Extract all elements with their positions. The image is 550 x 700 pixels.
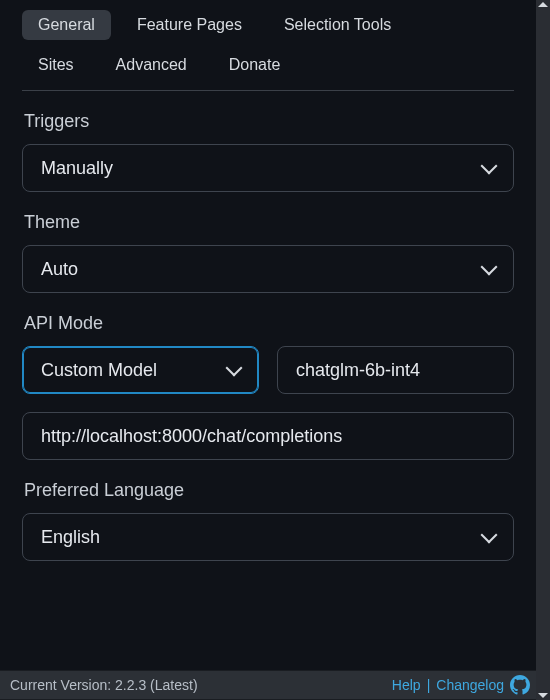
select-theme-value: Auto — [41, 259, 78, 280]
tabs-row-1: General Feature Pages Selection Tools — [22, 10, 514, 40]
select-preferred-language[interactable]: English — [22, 513, 514, 561]
tab-general[interactable]: General — [22, 10, 111, 40]
tab-donate[interactable]: Donate — [213, 50, 297, 80]
changelog-link[interactable]: Changelog — [436, 677, 504, 693]
label-api-mode: API Mode — [24, 313, 514, 334]
chevron-down-icon — [481, 158, 498, 175]
chevron-down-icon — [481, 527, 498, 544]
chevron-down-icon — [481, 259, 498, 276]
label-triggers: Triggers — [24, 111, 514, 132]
tab-advanced[interactable]: Advanced — [100, 50, 203, 80]
scrollbar-down-arrow-icon[interactable] — [538, 693, 548, 698]
select-api-mode-value: Custom Model — [41, 360, 157, 381]
input-endpoint-value: http://localhost:8000/chat/completions — [41, 426, 342, 447]
help-link[interactable]: Help — [392, 677, 421, 693]
select-theme[interactable]: Auto — [22, 245, 514, 293]
version-text: Current Version: 2.2.3 (Latest) — [10, 677, 198, 693]
input-endpoint[interactable]: http://localhost:8000/chat/completions — [22, 412, 514, 460]
input-model-name[interactable]: chatglm-6b-int4 — [277, 346, 514, 394]
chevron-down-icon — [226, 360, 243, 377]
api-mode-row: Custom Model chatglm-6b-int4 — [22, 346, 514, 394]
tab-feature-pages[interactable]: Feature Pages — [121, 10, 258, 40]
scrollbar-up-arrow-icon[interactable] — [538, 2, 548, 7]
status-bar: Current Version: 2.2.3 (Latest) Help | C… — [0, 670, 536, 700]
select-triggers[interactable]: Manually — [22, 144, 514, 192]
settings-panel: General Feature Pages Selection Tools Si… — [0, 0, 536, 670]
divider — [22, 90, 514, 91]
separator: | — [427, 677, 431, 693]
tab-selection-tools[interactable]: Selection Tools — [268, 10, 407, 40]
label-theme: Theme — [24, 212, 514, 233]
github-icon[interactable] — [510, 675, 530, 695]
tab-sites[interactable]: Sites — [22, 50, 90, 80]
label-preferred-language: Preferred Language — [24, 480, 514, 501]
tabs-row-2: Sites Advanced Donate — [22, 50, 514, 80]
status-links: Help | Changelog — [392, 675, 530, 695]
select-preferred-language-value: English — [41, 527, 100, 548]
select-triggers-value: Manually — [41, 158, 113, 179]
input-model-name-value: chatglm-6b-int4 — [296, 360, 420, 381]
select-api-mode[interactable]: Custom Model — [22, 346, 259, 394]
scrollbar-rail[interactable] — [536, 0, 550, 700]
